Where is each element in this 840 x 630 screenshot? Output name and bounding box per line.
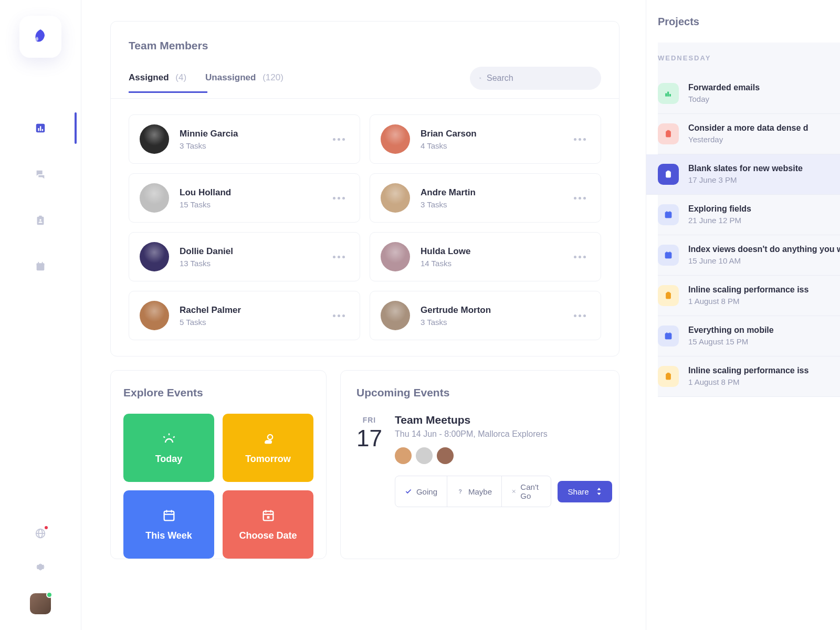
- calendar-pick-icon: [261, 508, 276, 523]
- explore-this-week[interactable]: This Week: [123, 490, 214, 559]
- project-icon: [658, 83, 679, 104]
- rsvp-cant-go[interactable]: Can't Go: [502, 476, 551, 507]
- member-info: Dollie Daniel 13 Tasks: [180, 246, 329, 268]
- project-item[interactable]: Consider a more data dense d Yesterday: [658, 114, 840, 154]
- member-name: Gertrude Morton: [421, 305, 570, 316]
- tab-unassigned[interactable]: Unassigned (120): [205, 72, 284, 92]
- project-info: Consider a more data dense d Yesterday: [688, 123, 840, 144]
- member-avatar: [140, 183, 169, 213]
- project-time: 21 June 12 PM: [688, 216, 840, 225]
- member-card[interactable]: Rachel Palmer 5 Tasks: [129, 291, 360, 340]
- member-info: Andre Martin 3 Tasks: [421, 187, 570, 209]
- gear-icon: [35, 561, 46, 573]
- nav-assignments[interactable]: [33, 213, 48, 228]
- event-attendees: [395, 447, 612, 464]
- member-more-button[interactable]: [329, 310, 349, 321]
- project-info: Exploring fields 21 June 12 PM: [688, 204, 840, 225]
- project-info: Forwarded emails Today: [688, 83, 840, 103]
- project-item[interactable]: Forwarded emails Today: [658, 74, 840, 114]
- project-item[interactable]: Inline scaling performance iss 1 August …: [658, 276, 840, 316]
- project-item[interactable]: Exploring fields 21 June 12 PM: [658, 195, 840, 235]
- explore-choose-date[interactable]: Choose Date: [223, 490, 313, 559]
- member-avatar: [381, 242, 410, 271]
- project-item[interactable]: Everything on mobile 15 August 15 PM: [658, 316, 840, 356]
- event-meta: Thu 14 Jun - 8:00PM, Mallorca Explorers: [395, 429, 612, 439]
- nav-chat[interactable]: [33, 167, 48, 182]
- search-box[interactable]: [470, 67, 601, 90]
- project-icon: [658, 245, 679, 266]
- svg-rect-36: [669, 94, 670, 97]
- nav-settings[interactable]: [33, 560, 48, 574]
- member-info: Brian Carson 4 Tasks: [421, 129, 570, 150]
- member-tasks: 15 Tasks: [180, 200, 329, 209]
- nav-icons: [33, 121, 48, 274]
- project-item[interactable]: Inline scaling performance iss 1 August …: [658, 356, 840, 397]
- logo[interactable]: [19, 16, 61, 58]
- project-time: Yesterday: [688, 135, 840, 144]
- svg-line-18: [173, 436, 174, 437]
- member-more-button[interactable]: [570, 134, 590, 145]
- user-avatar[interactable]: [30, 593, 51, 614]
- member-more-button[interactable]: [329, 193, 349, 204]
- member-card[interactable]: Lou Holland 15 Tasks: [129, 173, 360, 223]
- project-name: Exploring fields: [688, 204, 840, 214]
- member-card[interactable]: Hulda Lowe 14 Tasks: [370, 232, 601, 281]
- member-card[interactable]: Gertrude Morton 3 Tasks: [370, 291, 601, 340]
- project-name: Index views doesn't do anything you want: [688, 245, 840, 254]
- svg-point-19: [267, 434, 272, 439]
- svg-rect-35: [668, 92, 669, 96]
- member-tasks: 14 Tasks: [421, 259, 570, 268]
- member-more-button[interactable]: [570, 193, 590, 204]
- calendar-week-icon: [162, 508, 176, 523]
- member-more-button[interactable]: [570, 251, 590, 262]
- tab-assigned[interactable]: Assigned (4): [129, 72, 186, 92]
- project-time: 1 August 8 PM: [688, 377, 840, 386]
- nav-calendar[interactable]: [33, 259, 48, 274]
- project-info: Blank slates for new website 17 June 3 P…: [688, 164, 840, 184]
- attendee-avatar[interactable]: [395, 447, 412, 464]
- project-icon: [658, 366, 679, 387]
- member-more-button[interactable]: [329, 251, 349, 262]
- member-name: Lou Holland: [180, 187, 329, 198]
- member-info: Hulda Lowe 14 Tasks: [421, 246, 570, 268]
- rsvp-label: Going: [416, 487, 437, 496]
- nav-notifications[interactable]: [33, 526, 48, 541]
- rsvp-going[interactable]: Going: [395, 476, 447, 507]
- member-card[interactable]: Minnie Garcia 3 Tasks: [129, 114, 360, 164]
- search-icon: [479, 74, 481, 83]
- upcoming-title: Upcoming Events: [356, 386, 603, 399]
- svg-rect-1: [38, 128, 39, 131]
- search-input[interactable]: [487, 74, 592, 83]
- project-item[interactable]: Blank slates for new website 17 June 3 P…: [646, 154, 840, 195]
- project-icon: [658, 285, 679, 306]
- event-body: Team Meetups Thu 14 Jun - 8:00PM, Mallor…: [395, 414, 612, 507]
- tile-label: This Week: [145, 530, 192, 541]
- team-title: Team Members: [129, 39, 601, 52]
- notification-dot: [44, 525, 49, 530]
- clipboard-icon: [35, 215, 46, 226]
- explore-today[interactable]: Today: [123, 414, 214, 482]
- svg-rect-49: [665, 253, 671, 258]
- svg-point-55: [668, 295, 669, 297]
- attendee-avatar[interactable]: [416, 447, 433, 464]
- nav-dashboard[interactable]: [33, 121, 48, 135]
- chat-icon: [35, 169, 46, 180]
- member-more-button[interactable]: [570, 310, 590, 321]
- attendee-avatar[interactable]: [437, 447, 454, 464]
- member-more-button[interactable]: [329, 134, 349, 145]
- share-button[interactable]: Share: [558, 481, 612, 502]
- member-info: Gertrude Morton 3 Tasks: [421, 305, 570, 327]
- member-card[interactable]: Dollie Daniel 13 Tasks: [129, 232, 360, 281]
- project-icon: [658, 164, 679, 185]
- member-card[interactable]: Andre Martin 3 Tasks: [370, 173, 601, 223]
- member-card[interactable]: Brian Carson 4 Tasks: [370, 114, 601, 164]
- svg-marker-32: [597, 488, 601, 490]
- project-item[interactable]: Index views doesn't do anything you want…: [658, 235, 840, 276]
- rsvp-maybe[interactable]: ? Maybe: [447, 476, 502, 507]
- explore-tomorrow[interactable]: Tomorrow: [223, 414, 313, 482]
- explore-title: Explore Events: [123, 386, 313, 399]
- tile-label: Today: [155, 454, 183, 465]
- svg-point-6: [39, 219, 41, 221]
- member-tasks: 3 Tasks: [180, 141, 329, 150]
- tab-label: Unassigned: [205, 72, 256, 82]
